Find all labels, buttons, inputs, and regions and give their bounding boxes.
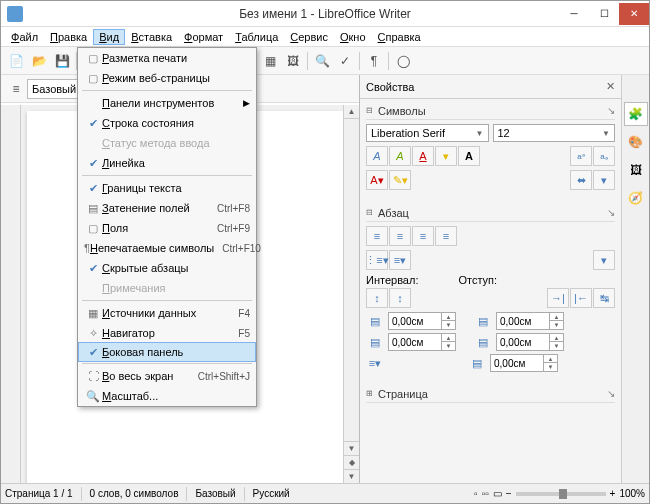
align-left-button[interactable]: ≡ (366, 226, 388, 246)
tab-styles[interactable]: 🎨 (624, 130, 648, 154)
styles-button[interactable]: ≡ (5, 78, 27, 100)
menu-сервис[interactable]: Сервис (284, 29, 334, 45)
vertical-scrollbar[interactable]: ▲ ▼ ◆ ▼ (343, 105, 359, 483)
more-options-icon[interactable]: ↘ (607, 388, 615, 399)
align-right-button[interactable]: ≡ (412, 226, 434, 246)
menu-item[interactable]: ▢Разметка печати (78, 48, 256, 68)
menu-item[interactable]: ¶Непечатаемые символыCtrl+F10 (78, 238, 256, 258)
menu-файл[interactable]: Файл (5, 29, 44, 45)
char-spacing-button[interactable]: ⬌ (570, 170, 592, 190)
superscript-button[interactable]: aᵃ (570, 146, 592, 166)
zoom-out-icon[interactable]: − (506, 488, 512, 499)
shadow-button[interactable]: A (458, 146, 480, 166)
view-multi-icon[interactable]: ▫▫ (482, 488, 489, 499)
underline-button[interactable]: A (412, 146, 434, 166)
minimize-button[interactable]: ─ (559, 3, 589, 25)
font-name-combo[interactable]: Liberation Serif▼ (366, 124, 489, 142)
menu-формат[interactable]: Формат (178, 29, 229, 45)
font-size-combo[interactable]: 12▼ (493, 124, 616, 142)
expand-icon: ⊞ (366, 389, 378, 398)
menu-справка[interactable]: Справка (372, 29, 427, 45)
app-icon (7, 6, 23, 22)
bullet-list-button[interactable]: ⋮≡▾ (366, 250, 388, 270)
status-page[interactable]: Страница 1 / 1 (5, 488, 73, 499)
menu-таблица[interactable]: Таблица (229, 29, 284, 45)
dec-indent-button[interactable]: |← (570, 288, 592, 308)
indent-right-spinner[interactable]: ▲▼ (496, 333, 564, 351)
space-below-icon: ▤ (366, 336, 384, 349)
more-options-icon[interactable]: ↘ (607, 207, 615, 218)
menu-item[interactable]: ▢Режим веб-страницы (78, 68, 256, 88)
menu-item[interactable]: ▤Затенение полейCtrl+F8 (78, 198, 256, 218)
tab-properties[interactable]: 🧩 (624, 102, 648, 126)
inc-spacing-button[interactable]: ↕ (366, 288, 388, 308)
vertical-ruler[interactable] (1, 105, 21, 483)
save-button[interactable]: 💾 (51, 50, 73, 72)
align-justify-button[interactable]: ≡ (435, 226, 457, 246)
space-below-spinner[interactable]: ▲▼ (388, 333, 456, 351)
number-list-button[interactable]: ≡▾ (389, 250, 411, 270)
para-bg-button[interactable]: ▾ (593, 250, 615, 270)
space-above-icon: ▤ (366, 315, 384, 328)
menu-вставка[interactable]: Вставка (125, 29, 178, 45)
menu-item[interactable]: ▢ПоляCtrl+F9 (78, 218, 256, 238)
menu-item[interactable]: ⛶Во весь экранCtrl+Shift+J (78, 366, 256, 386)
new-doc-button[interactable]: 📄 (5, 50, 27, 72)
first-line-indent-spinner[interactable]: ▲▼ (490, 354, 558, 372)
menu-item[interactable]: Панели инструментов▶ (78, 93, 256, 113)
zoom-slider[interactable] (516, 492, 606, 496)
bold-button[interactable]: A (366, 146, 388, 166)
menu-окно[interactable]: Окно (334, 29, 372, 45)
first-line-indent-icon: ▤ (468, 357, 486, 370)
char-more-button[interactable]: ▾ (593, 170, 615, 190)
view-book-icon[interactable]: ▭ (493, 488, 502, 499)
menu-item[interactable]: ✔Строка состояния (78, 113, 256, 133)
highlight-button[interactable]: ✎▾ (389, 170, 411, 190)
status-style[interactable]: Базовый (195, 488, 235, 499)
menu-item[interactable]: ✧НавигаторF5 (78, 323, 256, 343)
interval-label: Интервал: (366, 274, 418, 286)
tab-gallery[interactable]: 🖼 (624, 158, 648, 182)
table-button[interactable]: ▦ (259, 50, 281, 72)
view-menu-dropdown: ▢Разметка печати▢Режим веб-страницыПанел… (77, 47, 257, 407)
space-above-spinner[interactable]: ▲▼ (388, 312, 456, 330)
inc-indent-button[interactable]: →| (547, 288, 569, 308)
menu-правка[interactable]: Правка (44, 29, 93, 45)
menu-item[interactable]: ▦Источники данныхF4 (78, 303, 256, 323)
menu-item[interactable]: ✔Границы текста (78, 178, 256, 198)
help-button[interactable]: ◯ (392, 50, 414, 72)
view-single-icon[interactable]: ▫ (474, 488, 478, 499)
open-button[interactable]: 📂 (28, 50, 50, 72)
menu-item[interactable]: ✔Боковая панель (78, 342, 256, 362)
menubar: ФайлПравкаВидВставкаФорматТаблицаСервисО… (1, 27, 649, 47)
strikethrough-button[interactable]: ▾ (435, 146, 457, 166)
align-center-button[interactable]: ≡ (389, 226, 411, 246)
sidebar-tabs: 🧩 🎨 🖼 🧭 (621, 75, 649, 483)
maximize-button[interactable]: ☐ (589, 3, 619, 25)
nonprint-button[interactable]: ¶ (363, 50, 385, 72)
sidebar-close-icon[interactable]: ✕ (606, 80, 615, 93)
zoom-value[interactable]: 100% (619, 488, 645, 499)
menu-вид[interactable]: Вид (93, 29, 125, 45)
menu-item[interactable]: ✔Скрытые абзацы (78, 258, 256, 278)
close-button[interactable]: ✕ (619, 3, 649, 25)
spell-button[interactable]: ✓ (334, 50, 356, 72)
zoom-in-icon[interactable]: + (610, 488, 616, 499)
more-options-icon[interactable]: ↘ (607, 105, 615, 116)
section-page-header[interactable]: ⊞ Страница ↘ (366, 385, 615, 403)
find-button[interactable]: 🔍 (311, 50, 333, 72)
indent-left-spinner[interactable]: ▲▼ (496, 312, 564, 330)
menu-item[interactable]: 🔍Масштаб... (78, 386, 256, 406)
section-para-header[interactable]: ⊟ Абзац ↘ (366, 204, 615, 222)
dec-spacing-button[interactable]: ↕ (389, 288, 411, 308)
status-words[interactable]: 0 слов, 0 символов (90, 488, 179, 499)
font-color-button[interactable]: A▾ (366, 170, 388, 190)
section-chars-header[interactable]: ⊟ Символы ↘ (366, 102, 615, 120)
italic-button[interactable]: A (389, 146, 411, 166)
tab-navigator[interactable]: 🧭 (624, 186, 648, 210)
menu-item[interactable]: ✔Линейка (78, 153, 256, 173)
subscript-button[interactable]: aₐ (593, 146, 615, 166)
hanging-indent-button[interactable]: ↹ (593, 288, 615, 308)
image-button[interactable]: 🖼 (282, 50, 304, 72)
status-lang[interactable]: Русский (253, 488, 290, 499)
